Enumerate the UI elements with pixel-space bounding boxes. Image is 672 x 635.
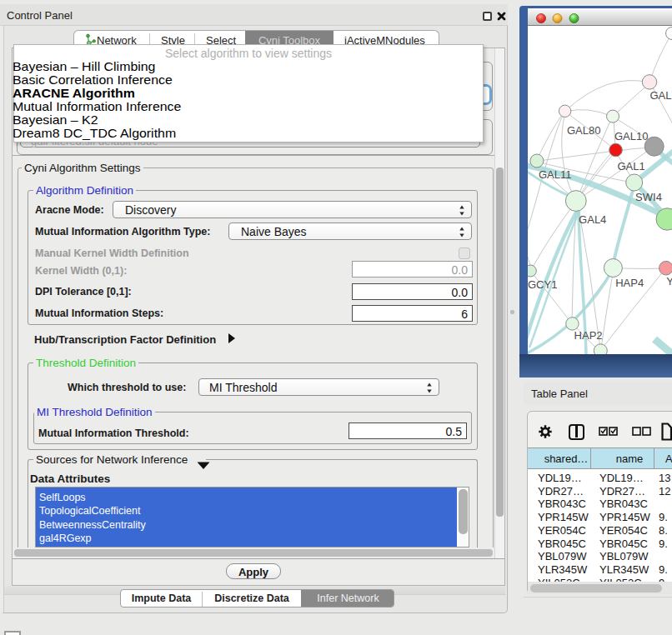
svg-text:GAL1: GAL1: [618, 160, 645, 172]
svg-text:GAL4: GAL4: [579, 213, 606, 226]
svg-text:SWI4: SWI4: [635, 191, 662, 203]
svg-text:HAP4: HAP4: [615, 277, 644, 289]
svg-text:GCY1: GCY1: [528, 278, 557, 291]
svg-text:GAL7: GAL7: [650, 89, 672, 102]
svg-text:HAP2: HAP2: [574, 329, 603, 342]
svg-text:GAL11: GAL11: [539, 168, 572, 181]
svg-text:Y: Y: [666, 275, 672, 288]
svg-text:GAL10: GAL10: [614, 130, 648, 142]
svg-text:GAL80: GAL80: [567, 124, 600, 137]
